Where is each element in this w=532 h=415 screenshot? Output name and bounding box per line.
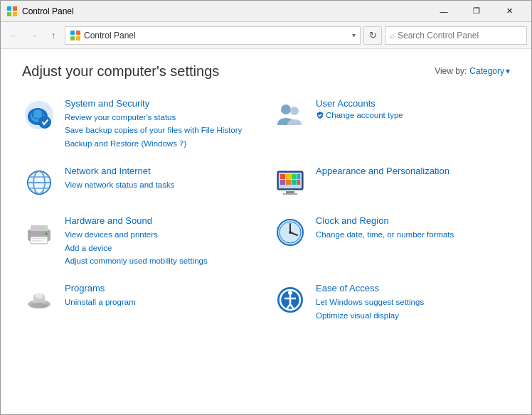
refresh-button[interactable]: ↻ <box>363 26 382 45</box>
category-hardware-sound: Hardware and Sound View devices and prin… <box>22 211 259 271</box>
close-button[interactable]: ✕ <box>493 1 526 22</box>
hardware-sound-icon <box>22 215 56 249</box>
svg-point-51 <box>288 291 292 295</box>
hardware-sound-text: Hardware and Sound View devices and prin… <box>65 215 208 267</box>
svg-point-37 <box>45 232 48 235</box>
main-content: View by: Category ▾ Adjust your computer… <box>1 49 531 340</box>
svg-rect-6 <box>70 36 75 41</box>
network-internet-link-1[interactable]: View network status and tasks <box>65 178 174 191</box>
appearance-title[interactable]: Appearance and Personalization <box>316 166 449 176</box>
ease-of-access-link-1[interactable]: Let Windows suggest settings <box>316 296 424 308</box>
svg-rect-2 <box>7 12 11 16</box>
hardware-sound-link-1[interactable]: View devices and printers <box>65 228 208 241</box>
app-icon <box>6 6 18 17</box>
appearance-icon <box>273 166 307 200</box>
hardware-sound-title[interactable]: Hardware and Sound <box>65 215 208 226</box>
svg-rect-4 <box>70 31 75 35</box>
svg-rect-28 <box>292 180 297 185</box>
appearance-text: Appearance and Personalization <box>316 166 449 178</box>
window-controls: — ❐ ✕ <box>427 1 526 22</box>
clock-region-link-1[interactable]: Change date, time, or number formats <box>316 228 454 241</box>
back-button[interactable]: ← <box>5 27 22 44</box>
address-box[interactable]: Control Panel ▾ <box>65 26 361 45</box>
hardware-sound-link-3[interactable]: Adjust commonly used mobility settings <box>65 254 208 267</box>
category-network-internet: Network and Internet View network status… <box>22 161 259 204</box>
svg-point-19 <box>28 171 50 194</box>
category-clock-region: Clock and Region Change date, time, or n… <box>273 211 510 271</box>
system-security-icon <box>22 98 56 132</box>
programs-link-1[interactable]: Uninstall a program <box>65 296 136 308</box>
network-internet-title[interactable]: Network and Internet <box>65 166 174 176</box>
ease-of-access-text: Ease of Access Let Windows suggest setti… <box>316 283 424 322</box>
viewby-dropdown-icon: ▾ <box>506 66 510 76</box>
user-accounts-title[interactable]: User Accounts <box>316 98 403 109</box>
viewby: View by: Category ▾ <box>435 66 510 76</box>
search-input[interactable] <box>398 31 522 41</box>
svg-rect-36 <box>32 240 43 242</box>
svg-point-48 <box>31 303 48 308</box>
address-icon <box>70 30 81 41</box>
system-security-title[interactable]: System and Security <box>65 98 242 109</box>
svg-point-11 <box>38 116 51 129</box>
svg-point-12 <box>281 104 291 114</box>
programs-text: Programs Uninstall a program <box>65 283 136 308</box>
system-security-text: System and Security Review your computer… <box>65 98 242 150</box>
svg-rect-33 <box>31 225 48 231</box>
maximize-button[interactable]: ❐ <box>460 1 493 22</box>
minimize-button[interactable]: — <box>427 1 460 22</box>
search-box[interactable]: ⌕ <box>385 26 527 45</box>
viewby-label: View by: <box>435 66 467 76</box>
clock-region-title[interactable]: Clock and Region <box>316 215 454 226</box>
svg-rect-22 <box>280 174 285 179</box>
svg-point-42 <box>289 231 292 234</box>
svg-rect-47 <box>36 294 42 298</box>
shield-link-text: Change account type <box>326 111 403 119</box>
ease-of-access-icon <box>273 283 307 317</box>
address-dropdown-icon[interactable]: ▾ <box>352 31 356 39</box>
svg-rect-27 <box>286 180 291 185</box>
category-user-accounts: User Accounts Change account type <box>273 94 510 154</box>
svg-point-13 <box>290 107 299 115</box>
svg-rect-3 <box>13 12 17 16</box>
programs-title[interactable]: Programs <box>65 283 136 293</box>
network-internet-text: Network and Internet View network status… <box>65 166 174 191</box>
clock-region-text: Clock and Region Change date, time, or n… <box>316 215 454 241</box>
viewby-value[interactable]: Category ▾ <box>469 66 510 76</box>
network-internet-icon <box>22 166 56 200</box>
window-title: Control Panel <box>22 6 427 16</box>
system-security-link-2[interactable]: Save backup copies of your files with Fi… <box>65 124 242 136</box>
svg-rect-35 <box>32 238 46 239</box>
category-programs: Programs Uninstall a program <box>22 279 259 326</box>
category-system-security: System and Security Review your computer… <box>22 94 259 154</box>
address-text: Control Panel <box>84 31 349 41</box>
category-ease-of-access: Ease of Access Let Windows suggest setti… <box>273 279 510 326</box>
svg-rect-31 <box>283 193 297 195</box>
svg-rect-26 <box>280 180 285 185</box>
forward-button[interactable]: → <box>25 27 42 44</box>
programs-icon <box>22 283 56 317</box>
svg-rect-29 <box>297 180 300 185</box>
category-appearance: Appearance and Personalization <box>273 161 510 204</box>
svg-rect-25 <box>297 174 300 179</box>
svg-rect-24 <box>292 174 297 179</box>
ease-of-access-title[interactable]: Ease of Access <box>316 283 424 293</box>
up-button[interactable]: ↑ <box>45 27 62 44</box>
ease-of-access-link-2[interactable]: Optimize visual display <box>316 309 424 322</box>
addressbar: ← → ↑ Control Panel ▾ ↻ ⌕ <box>1 22 531 49</box>
user-accounts-icon <box>273 98 307 132</box>
system-security-link-1[interactable]: Review your computer's status <box>65 111 242 124</box>
system-security-link-3[interactable]: Backup and Restore (Windows 7) <box>65 137 242 150</box>
titlebar: Control Panel — ❐ ✕ <box>1 1 531 22</box>
svg-rect-1 <box>13 6 17 11</box>
user-accounts-shield-link[interactable]: Change account type <box>316 111 403 119</box>
svg-rect-30 <box>286 191 294 193</box>
svg-rect-5 <box>76 31 80 35</box>
categories-grid: System and Security Review your computer… <box>22 94 510 326</box>
clock-region-icon <box>273 215 307 249</box>
hardware-sound-link-2[interactable]: Add a device <box>65 242 208 254</box>
svg-rect-23 <box>286 174 291 179</box>
user-accounts-text: User Accounts Change account type <box>316 98 403 119</box>
svg-rect-7 <box>76 36 80 41</box>
svg-rect-0 <box>7 6 11 11</box>
search-icon: ⌕ <box>390 31 395 41</box>
